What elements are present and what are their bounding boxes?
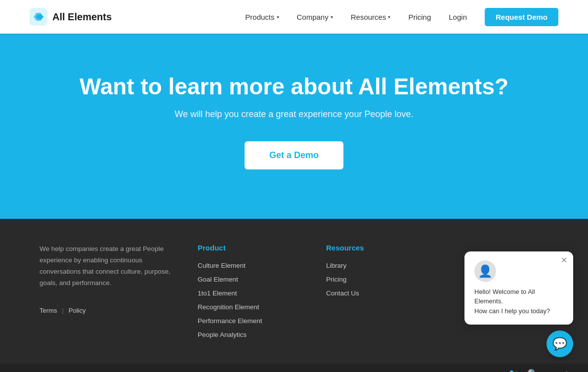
request-demo-button[interactable]: Request Demo	[485, 8, 558, 26]
footer-product-col: Product Culture Element Goal Element 1to…	[198, 244, 306, 344]
get-demo-button[interactable]: Get a Demo	[245, 141, 343, 169]
logo[interactable]: All Elements	[30, 8, 112, 26]
nav-resources[interactable]: Resources ▾	[351, 13, 391, 21]
footer-terms-link[interactable]: Terms	[40, 307, 57, 314]
chevron-down-icon: ▾	[331, 14, 333, 20]
footer-performance-link[interactable]: Performance Element	[198, 317, 262, 325]
list-item: Library	[326, 261, 435, 270]
footer-product-links: Culture Element Goal Element 1to1 Elemen…	[198, 261, 306, 339]
footer-product-title: Product	[198, 244, 306, 252]
chat-open-button[interactable]: 💬	[546, 331, 573, 357]
nav-links: Products ▾ Company ▾ Resources ▾ Pricing…	[245, 8, 558, 26]
footer-goal-link[interactable]: Goal Element	[198, 276, 238, 283]
hero-title: Want to learn more about All Elements?	[20, 73, 568, 100]
list-item: 1to1 Element	[198, 289, 306, 297]
logo-icon	[30, 8, 47, 26]
chat-icon: 💬	[552, 337, 567, 351]
chat-bubble: ✕ 👤 Hello! Welcome to All Elements. How …	[464, 251, 573, 325]
list-item: Culture Element	[198, 261, 306, 270]
chevron-down-icon: ▾	[277, 14, 279, 20]
footer-policy-link[interactable]: Policy	[69, 307, 86, 314]
footer-about-col: We help companies create a great People …	[40, 244, 178, 344]
list-item: Pricing	[326, 275, 435, 284]
revain-bar: 🐦 🔍 Revain	[0, 364, 588, 372]
footer-separator: |	[62, 307, 63, 314]
chat-hello-text: Hello! Welcome to All Elements.	[474, 287, 563, 306]
footer-resources-links: Library Pricing Contact Us	[326, 261, 435, 297]
footer-1to1-link[interactable]: 1to1 Element	[198, 289, 237, 297]
list-item: Goal Element	[198, 275, 306, 284]
nav-login[interactable]: Login	[449, 13, 467, 21]
footer-contact-link[interactable]: Contact Us	[326, 289, 359, 297]
footer-recognition-link[interactable]: Recognition Element	[198, 303, 259, 311]
nav-pricing[interactable]: Pricing	[408, 13, 431, 21]
footer-culture-link[interactable]: Culture Element	[198, 262, 246, 269]
footer-library-link[interactable]: Library	[326, 262, 346, 269]
footer-about-text: We help companies create a great People …	[40, 244, 178, 289]
list-item: Performance Element	[198, 316, 306, 325]
list-item: Contact Us	[326, 289, 435, 297]
footer-resources-title: Resources	[326, 244, 435, 252]
nav-company[interactable]: Company ▾	[297, 13, 333, 21]
footer-pricing-link[interactable]: Pricing	[326, 276, 346, 283]
chat-avatar: 👤	[474, 260, 496, 282]
search-icon[interactable]: 🔍	[527, 369, 538, 372]
footer-resources-col: Resources Library Pricing Contact Us	[326, 244, 435, 344]
list-item: Recognition Element	[198, 302, 306, 311]
footer-bottom: Terms | Policy	[40, 307, 178, 314]
hero-subtitle: We will help you create a great experien…	[20, 109, 568, 120]
nav-products[interactable]: Products ▾	[245, 13, 279, 21]
chat-widget: ✕ 👤 Hello! Welcome to All Elements. How …	[464, 251, 573, 358]
chat-help-text: How can I help you today?	[474, 306, 563, 316]
hero-section: Want to learn more about All Elements? W…	[0, 34, 588, 219]
close-icon[interactable]: ✕	[561, 255, 567, 265]
avatar-icon: 👤	[478, 264, 493, 278]
revain-logo: Revain	[546, 370, 573, 372]
logo-text: All Elements	[52, 11, 112, 23]
twitter-icon[interactable]: 🐦	[508, 369, 519, 372]
chevron-down-icon: ▾	[388, 14, 390, 20]
footer-people-analytics-link[interactable]: People Analytics	[198, 331, 247, 338]
list-item: People Analytics	[198, 330, 306, 339]
navbar: All Elements Products ▾ Company ▾ Resour…	[0, 0, 588, 34]
